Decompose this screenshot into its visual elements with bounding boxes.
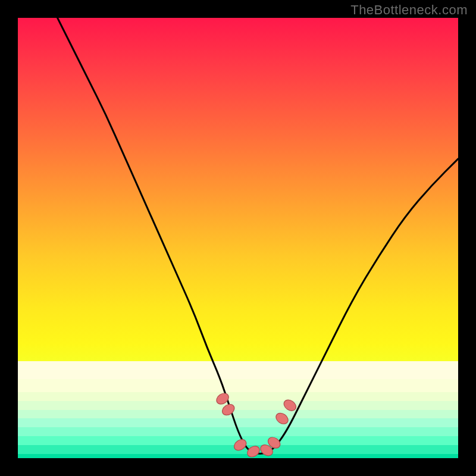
gradient-band — [18, 361, 458, 379]
gradient-band — [18, 379, 458, 392]
gradient-band — [18, 454, 458, 458]
plot-area — [18, 18, 458, 458]
gradient-band — [18, 410, 458, 419]
gradient-band — [18, 401, 458, 410]
gradient-band — [18, 418, 458, 427]
gradient-band — [18, 436, 458, 445]
gradient-bands — [18, 361, 458, 458]
gradient-band — [18, 392, 458, 401]
chart-frame: TheBottleneck.com — [0, 0, 476, 476]
gradient-band — [18, 445, 458, 454]
watermark-text: TheBottleneck.com — [350, 2, 468, 18]
gradient-band — [18, 427, 458, 436]
